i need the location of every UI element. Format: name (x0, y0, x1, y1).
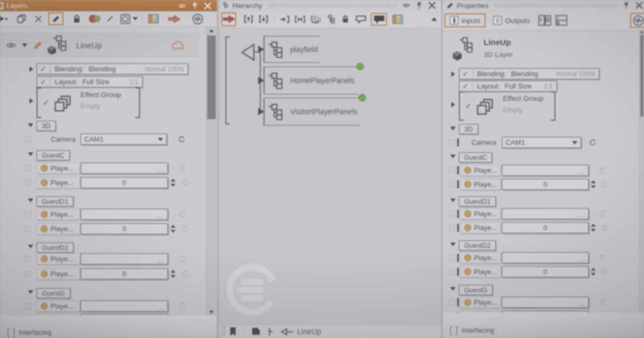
eye-icon[interactable] (178, 2, 186, 10)
properties-titlebar[interactable]: Properties (443, 0, 644, 11)
io-panel-icon[interactable] (538, 15, 551, 26)
edit-pencil-icon[interactable] (33, 40, 43, 50)
tree-node-playfield[interactable]: playfield (264, 36, 319, 63)
player-num-field[interactable]: 0 (502, 222, 589, 233)
close-icon[interactable] (204, 2, 211, 10)
tree-node-visitortplayerpanels[interactable]: VisitortPlayerPanels (264, 98, 361, 126)
blending-row[interactable]: ✓Blending:BlendingNormal 100% (36, 63, 188, 75)
effect-group-block[interactable]: ✓Effect GroupEmpty (459, 91, 555, 121)
player-ref-field[interactable]: ... (80, 163, 168, 174)
scrollbar-vertical[interactable] (639, 31, 644, 313)
edit-mode-button[interactable] (48, 12, 63, 25)
browse-ellipsis[interactable]: ... (158, 212, 164, 219)
stepper-control[interactable] (171, 179, 175, 187)
color-swatch-icon[interactable] (392, 14, 403, 24)
pin-icon[interactable] (415, 2, 423, 9)
insert-into-icon[interactable] (280, 16, 289, 23)
reset-icon[interactable] (181, 179, 188, 186)
collapse-arrow[interactable] (450, 199, 456, 202)
player-ref-field[interactable]: ... (80, 209, 168, 220)
interfacing-tab[interactable]: Interfacing (8, 328, 52, 336)
stepper-control[interactable] (171, 270, 175, 278)
tree-node-homeplayerpanels[interactable]: HomePlayerPanels (264, 67, 358, 94)
lock-icon[interactable] (342, 16, 349, 23)
pin-icon[interactable] (191, 2, 199, 10)
hierarchy-titlebar[interactable]: Hierarchy (219, 0, 441, 11)
reset-icon[interactable] (179, 303, 186, 310)
cloud-icon[interactable] (171, 41, 185, 50)
layout-row[interactable]: ✓Layout:Full Size1:1 (459, 80, 557, 92)
follow-selection-button[interactable] (221, 12, 236, 26)
move-down-icon[interactable] (259, 15, 268, 23)
player-num-field[interactable]: 0 (80, 223, 168, 234)
collapse-arrow[interactable] (450, 127, 456, 130)
group-icon[interactable] (311, 15, 321, 24)
player-ref-field[interactable]: ... (502, 208, 589, 219)
row-checkbox[interactable] (449, 255, 455, 261)
reset-icon[interactable] (589, 139, 596, 146)
duplicate-icon[interactable] (17, 14, 26, 24)
reset-icon[interactable] (601, 224, 608, 231)
row-checkbox[interactable] (25, 211, 31, 217)
comment-icon[interactable] (355, 15, 367, 24)
row-checkbox[interactable] (449, 225, 455, 231)
row-checkbox[interactable] (25, 256, 31, 262)
scrollbar-vertical[interactable] (206, 27, 216, 315)
close-icon[interactable] (428, 2, 436, 9)
reset-icon[interactable] (599, 254, 606, 261)
scroll-thumb[interactable] (640, 35, 643, 116)
browse-ellipsis[interactable]: ... (158, 304, 164, 311)
color-swatch-icon[interactable] (148, 14, 159, 24)
reset-icon[interactable] (181, 270, 188, 277)
eye-icon[interactable] (6, 42, 16, 48)
scroll-up-button[interactable] (207, 27, 216, 34)
titlebar-drag-area[interactable] (494, 3, 617, 8)
reset-icon[interactable] (179, 255, 186, 262)
tab-inputs[interactable]: Inputs (444, 13, 486, 27)
collapse-arrow[interactable] (450, 243, 456, 246)
stepper-control[interactable] (171, 225, 175, 233)
layers-titlebar[interactable]: Layers (0, 0, 217, 11)
effect-group-block[interactable]: ✓Effect GroupEmpty (36, 87, 140, 118)
row-checkbox[interactable] (449, 167, 455, 173)
camera-select[interactable]: CAM1 (80, 134, 167, 145)
browse-ellipsis[interactable]: ... (158, 166, 164, 173)
shape-tool-icon[interactable] (120, 14, 130, 24)
show-comments-button[interactable] (371, 13, 387, 26)
expand-arrow[interactable] (451, 102, 455, 107)
reset-icon[interactable] (599, 299, 606, 306)
player-ref-field[interactable]: ... (502, 165, 589, 176)
collapse-arrow[interactable] (28, 245, 33, 248)
group-header-guestd1[interactable]: GuestD1 (36, 196, 74, 207)
bookmark-icon[interactable] (229, 327, 237, 336)
group-header-guestc[interactable]: GuestC (459, 152, 492, 163)
collapse-arrow[interactable] (28, 123, 33, 127)
player-ref-field[interactable]: ... (502, 252, 589, 263)
subtree-icon[interactable] (327, 14, 336, 24)
stepper-control[interactable] (591, 180, 596, 188)
scroll-down-button[interactable] (207, 308, 216, 315)
expand-arrow[interactable] (451, 71, 455, 77)
reset-icon[interactable] (599, 210, 606, 217)
titlebar-drag-area[interactable] (268, 3, 397, 8)
row-checkbox[interactable] (25, 303, 31, 309)
eye-icon[interactable] (402, 2, 410, 9)
reset-icon[interactable] (601, 181, 608, 188)
blending-row[interactable]: ✓Blending:BlendingNormal 100% (459, 68, 599, 79)
player-ref-field[interactable]: ... (80, 300, 168, 312)
io-split-icon[interactable] (555, 15, 567, 26)
group-header-guestc[interactable]: GuestC (36, 150, 70, 160)
move-up-icon[interactable] (244, 15, 253, 23)
shape-dropdown-icon[interactable] (133, 17, 138, 20)
animation-icon[interactable] (192, 13, 203, 25)
tab-outputs[interactable]: 0Outputs (489, 13, 534, 27)
row-checkbox[interactable] (449, 139, 455, 145)
collapse-arrow[interactable] (450, 287, 456, 291)
stepper-control[interactable] (591, 224, 596, 232)
group-header-guestg[interactable]: GuestG (36, 288, 70, 298)
row-checkbox[interactable] (25, 165, 31, 171)
row-checkbox[interactable] (449, 299, 455, 305)
row-checkbox[interactable] (25, 180, 31, 186)
pages-icon[interactable] (251, 327, 261, 336)
scroll-thumb[interactable] (207, 35, 216, 119)
